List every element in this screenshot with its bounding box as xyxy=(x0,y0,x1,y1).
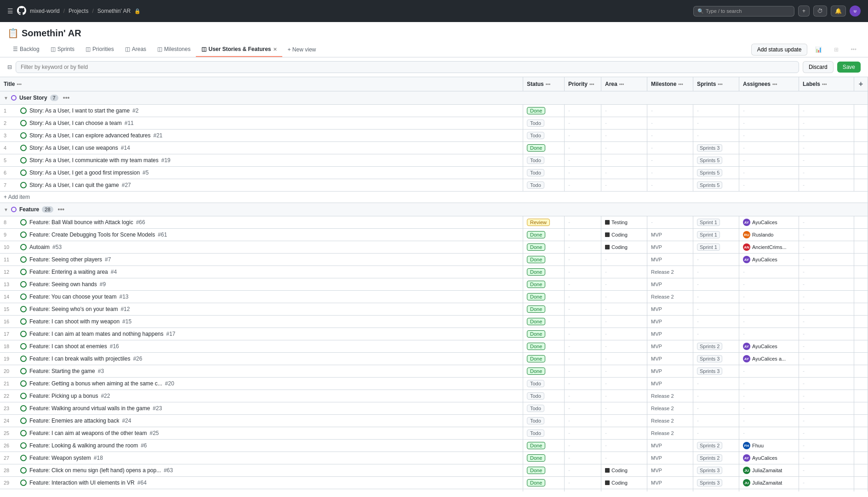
tab-close-icon[interactable]: ✕ xyxy=(273,47,277,52)
row-area-cell[interactable]: - xyxy=(601,378,647,390)
add-col-icon[interactable]: + xyxy=(859,80,863,88)
row-title[interactable]: Feature: Enemies are attacking back xyxy=(29,418,119,424)
row-priority-cell[interactable]: - xyxy=(565,477,601,489)
row-milestone-cell[interactable]: MVP xyxy=(647,440,693,452)
row-assignees-cell[interactable]: FHFhuu xyxy=(739,440,799,452)
row-sprints-cell[interactable]: Sprints 2 xyxy=(693,440,739,452)
row-area-cell[interactable]: - xyxy=(601,167,647,179)
row-milestone-cell[interactable]: MVP xyxy=(647,353,693,365)
row-sprints-cell[interactable]: - xyxy=(693,117,739,130)
row-assignees-cell[interactable]: RURuslando xyxy=(739,229,799,241)
row-assignees-cell[interactable]: - xyxy=(739,179,799,192)
row-priority-cell[interactable]: - xyxy=(565,340,601,353)
more-button[interactable]: ••• xyxy=(846,44,861,55)
row-title[interactable]: Feature: I can aim at team mates and not… xyxy=(29,331,164,337)
row-labels-cell[interactable]: - xyxy=(799,291,854,303)
row-milestone-cell[interactable]: MVP xyxy=(647,254,693,266)
row-status-cell[interactable]: Todo xyxy=(523,402,565,415)
row-labels-cell[interactable]: - xyxy=(799,254,854,266)
row-sprints-cell[interactable]: - xyxy=(693,427,739,440)
row-area-cell[interactable]: Coding xyxy=(601,229,647,241)
row-sprints-cell[interactable]: - xyxy=(693,303,739,316)
row-labels-cell[interactable]: - xyxy=(799,477,854,489)
row-priority-cell[interactable]: - xyxy=(565,390,601,402)
tab-sprints[interactable]: ◫ Sprints xyxy=(45,42,80,57)
row-priority-cell[interactable]: - xyxy=(565,303,601,316)
nav-projects-link[interactable]: Projects xyxy=(69,8,88,14)
nav-org-link[interactable]: mixed-world xyxy=(30,8,60,14)
row-status-cell[interactable]: Done xyxy=(523,365,565,378)
row-area-cell[interactable]: - xyxy=(601,440,647,452)
tab-user-stories[interactable]: ◫ User Stories & Features ✕ xyxy=(196,42,282,57)
row-area-cell[interactable]: - xyxy=(601,390,647,402)
row-priority-cell[interactable]: - xyxy=(565,415,601,427)
row-labels-cell[interactable]: - xyxy=(799,328,854,340)
row-milestone-cell[interactable]: Release 2 xyxy=(647,427,693,440)
row-status-cell[interactable]: Done xyxy=(523,278,565,291)
row-status-cell[interactable]: Todo xyxy=(523,378,565,390)
row-assignees-cell[interactable]: - xyxy=(739,427,799,440)
row-title[interactable]: Story: As a User, I can explore advanced… xyxy=(29,132,150,139)
row-area-cell[interactable]: - xyxy=(601,266,647,278)
row-labels-cell[interactable]: - xyxy=(799,378,854,390)
row-labels-cell[interactable]: - xyxy=(799,266,854,278)
row-assignees-cell[interactable]: - xyxy=(739,316,799,328)
row-title[interactable]: Story: As a User, I can choose a team xyxy=(29,120,122,126)
row-title[interactable]: Feature: Interaction with UI elements in… xyxy=(29,480,135,486)
row-status-cell[interactable]: Done xyxy=(523,477,565,489)
row-assignees-cell[interactable]: AYAyuCalices a... xyxy=(739,353,799,365)
row-labels-cell[interactable]: - xyxy=(799,415,854,427)
row-status-cell[interactable]: Done xyxy=(523,105,565,117)
row-priority-cell[interactable]: - xyxy=(565,241,601,254)
row-status-cell[interactable]: Done xyxy=(523,303,565,316)
row-milestone-cell[interactable]: MVP xyxy=(647,229,693,241)
row-assignees-cell[interactable]: - xyxy=(739,278,799,291)
row-title[interactable]: Feature: I can aim at weapons of the oth… xyxy=(29,430,147,436)
row-area-cell[interactable]: - xyxy=(601,452,647,464)
row-priority-cell[interactable]: - xyxy=(565,142,601,154)
row-assignees-cell[interactable]: - xyxy=(739,117,799,130)
row-labels-cell[interactable]: - xyxy=(799,365,854,378)
row-assignees-cell[interactable]: RURuslando xyxy=(739,489,799,492)
row-milestone-cell[interactable]: MVP xyxy=(647,477,693,489)
row-sprints-cell[interactable]: Sprints 5 xyxy=(693,154,739,167)
row-status-cell[interactable]: Done xyxy=(523,464,565,477)
row-priority-cell[interactable]: - xyxy=(565,254,601,266)
row-title[interactable]: Feature: Seeing own hands xyxy=(29,281,97,288)
row-status-cell[interactable]: Review xyxy=(523,216,565,229)
row-labels-cell[interactable]: - xyxy=(799,303,854,316)
row-status-cell[interactable]: Done xyxy=(523,291,565,303)
row-priority-cell[interactable]: - xyxy=(565,266,601,278)
row-priority-cell[interactable]: - xyxy=(565,378,601,390)
row-area-cell[interactable]: - xyxy=(601,130,647,142)
row-sprints-cell[interactable]: - xyxy=(693,378,739,390)
row-area-cell[interactable]: - xyxy=(601,291,647,303)
row-assignees-cell[interactable]: - xyxy=(739,402,799,415)
row-priority-cell[interactable]: - xyxy=(565,328,601,340)
row-milestone-cell[interactable]: - xyxy=(647,105,693,117)
row-assignees-cell[interactable]: AYAyuCalices xyxy=(739,452,799,464)
row-title[interactable]: Feature: Starting the game xyxy=(29,368,95,374)
row-milestone-cell[interactable]: - xyxy=(647,154,693,167)
row-status-cell[interactable]: Done xyxy=(523,440,565,452)
save-button[interactable]: Save xyxy=(837,62,861,73)
row-sprints-cell[interactable]: Sprint 1 xyxy=(693,241,739,254)
row-area-cell[interactable]: - xyxy=(601,254,647,266)
row-milestone-cell[interactable]: MVP xyxy=(647,241,693,254)
row-status-cell[interactable]: Done xyxy=(523,328,565,340)
nav-project-link[interactable]: Somethin' AR xyxy=(97,8,131,14)
row-labels-cell[interactable]: - xyxy=(799,130,854,142)
row-title[interactable]: Story: As a User, I can quit the game xyxy=(29,182,119,188)
row-priority-cell[interactable]: - xyxy=(565,440,601,452)
row-labels-cell[interactable]: - xyxy=(799,464,854,477)
row-milestone-cell[interactable]: - xyxy=(647,179,693,192)
row-title[interactable]: Feature: Seeing other players xyxy=(29,256,102,263)
row-area-cell[interactable]: Coding xyxy=(601,477,647,489)
row-sprints-cell[interactable]: - xyxy=(693,390,739,402)
row-milestone-cell[interactable]: MVP xyxy=(647,464,693,477)
tab-priorities[interactable]: ◫ Priorities xyxy=(80,42,120,57)
row-priority-cell[interactable]: - xyxy=(565,216,601,229)
row-sprints-cell[interactable]: Sprints 5 xyxy=(693,167,739,179)
row-area-cell[interactable]: - xyxy=(601,340,647,353)
priority-col-dots[interactable]: ••• xyxy=(589,82,594,87)
